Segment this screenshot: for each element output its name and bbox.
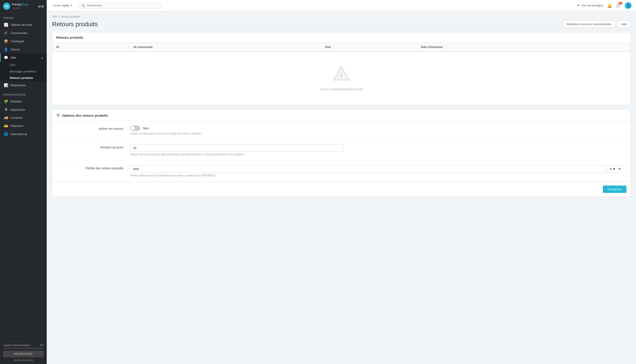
sidebar-label-international: International — [11, 132, 27, 136]
topbar-search: 🔍 — [78, 2, 163, 9]
notifications-button[interactable]: 🔔 — [607, 3, 612, 8]
activer-retours-label: Activer les retours — [79, 126, 123, 130]
prefixe-hint: Préfixe utilisé pour la numérotation des… — [130, 174, 621, 177]
sidebar-label-livraison: Livraison — [11, 116, 23, 119]
chart-icon: 📈 — [4, 23, 8, 27]
sidebar-label-clients: Clients — [11, 48, 20, 51]
quick-access-button[interactable]: Accès rapide ▼ — [51, 3, 75, 8]
quick-access-chevron-icon: ▼ — [71, 4, 73, 7]
sidebar-item-catalogue[interactable]: 📦 Catalogue — [0, 37, 47, 45]
sidebar-logo: PS PrestaShop 1.7.8.6 — [3, 3, 37, 10]
bell-icon: 🔔 — [607, 3, 612, 8]
empty-state: ! Aucun enregistrement trouvé — [56, 54, 626, 102]
quick-access-label: Accès rapide — [53, 4, 70, 7]
page-title-row: Retours produits Modules et services rec… — [52, 20, 631, 28]
options-card: ⚙ Options des retours produits Activer l… — [52, 110, 631, 197]
breadcrumb-separator: / — [59, 15, 59, 18]
options-card-footer: Enregistrer — [52, 182, 630, 196]
form-row-prefixe: Préfixe des retours produits fr ▼ Préfix… — [52, 161, 630, 182]
sidebar-item-statistiques[interactable]: 📊 Statistiques — [0, 81, 47, 89]
content-area: SAV / Retours produits Retours produits … — [47, 11, 636, 364]
sav-icon: 💬 — [4, 56, 8, 60]
breadcrumb-parent[interactable]: SAV — [52, 15, 57, 18]
sidebar-item-apparence[interactable]: 🖥 Apparence — [0, 106, 47, 114]
sidebar-submenu-retours-produits[interactable]: Retours produits — [0, 75, 47, 81]
sidebar-item-clients[interactable]: 👤 Clients — [0, 45, 47, 54]
search-icon: 🔍 — [81, 4, 85, 7]
activer-retours-value-label: Non — [143, 126, 149, 130]
user-icon: 👤 — [626, 4, 630, 7]
statistiques-icon: 📊 — [4, 83, 8, 87]
modules-recommandes-button[interactable]: Modules et services recommandés — [563, 20, 615, 28]
col-date: Date d'émission — [417, 43, 630, 52]
sidebar-tutorial-link[interactable]: Quitter le tutoriel — [3, 359, 44, 362]
breadcrumb-current: Retours produits — [61, 15, 80, 18]
cart-badge: 14 — [618, 2, 622, 5]
sidebar-item-livraison[interactable]: 🚚 Livraison — [0, 114, 47, 122]
retours-table-card: Retours produits ID ID commande État Dat… — [52, 32, 631, 105]
empty-state-cell: ! Aucun enregistrement trouvé — [52, 52, 630, 105]
sidebar-submenu-messages-predefinis[interactable]: Messages prédéfinis — [0, 68, 47, 75]
activer-retours-toggle[interactable] — [130, 126, 140, 131]
international-icon: 🌐 — [4, 132, 8, 136]
options-card-header: ⚙ Options des retours produits — [52, 110, 630, 121]
sidebar-section-personnaliser: PERSONNALISER — [0, 89, 47, 97]
sidebar-label-sav: SAV — [11, 56, 16, 59]
sidebar-progress-pct: 0% — [40, 344, 44, 347]
sav-chevron-icon: ▲ — [41, 56, 44, 59]
sidebar-header: PS PrestaShop 1.7.8.6 ◀◀ — [0, 0, 47, 13]
modules-icon: 🧩 — [4, 99, 8, 104]
prefixe-label: Préfixe des retours produits — [79, 165, 123, 170]
sidebar-resume-button[interactable]: REPRENDRE — [3, 351, 44, 357]
page-actions: Modules et services recommandés Aide — [563, 20, 631, 28]
page-title: Retours produits — [52, 21, 98, 28]
table-card-body: ID ID commande État Date d'émission — [52, 43, 630, 105]
svg-text:!: ! — [340, 71, 342, 78]
col-etat: État — [321, 43, 417, 52]
prefixe-input-group: fr ▼ — [130, 165, 621, 173]
prefixe-lang-select[interactable]: fr ▼ — [607, 165, 621, 173]
sidebar-version: 1.7.8.6 — [13, 7, 21, 10]
breadcrumb: SAV / Retours produits — [52, 15, 631, 18]
aide-button[interactable]: Aide — [617, 20, 631, 28]
nombre-jours-input[interactable] — [130, 144, 344, 152]
table-card-header: Retours produits — [52, 32, 630, 43]
form-row-nombre-jours: Nombre de jours Nombre de jours après la… — [52, 140, 630, 161]
sidebar-item-sav[interactable]: 💬 SAV ▲ — [0, 54, 47, 62]
apparence-icon: 🖥 — [4, 108, 8, 112]
sidebar-label-statistiques: Statistiques — [11, 84, 26, 87]
table-head-row: ID ID commande État Date d'émission — [52, 43, 630, 52]
search-input[interactable] — [87, 4, 159, 7]
warning-triangle-icon: ! — [332, 66, 350, 84]
main-area: Accès rapide ▼ 🔍 👁 Voir ma boutique 🔔 🛒 … — [47, 0, 636, 364]
sidebar-item-commandes[interactable]: 🛒 Commandes — [0, 29, 47, 37]
prefixe-control: fr ▼ Préfixe utilisé pour la numérotatio… — [130, 165, 621, 177]
sidebar-label-apparence: Apparence — [11, 108, 25, 111]
paiement-icon: 💳 — [4, 124, 8, 128]
sidebar-item-international[interactable]: 🌐 International — [0, 130, 47, 138]
table-body: ! Aucun enregistrement trouvé — [52, 52, 630, 105]
save-button[interactable]: Enregistrer — [603, 186, 626, 193]
sidebar-item-tableau-de-bord[interactable]: 📈 Tableau de bord — [0, 21, 47, 29]
nombre-jours-control: Nombre de jours après la date de livrais… — [130, 144, 621, 156]
table-head: ID ID commande État Date d'émission — [52, 43, 630, 52]
sidebar-progress-text: Lancez votre boutique ! — [3, 344, 31, 347]
sidebar-item-modules[interactable]: 🧩 Modules — [0, 97, 47, 106]
sidebar-progress-bar — [3, 348, 44, 349]
nombre-jours-hint: Nombre de jours après la date de livrais… — [130, 153, 621, 156]
brand-presta: Presta — [12, 3, 21, 6]
sidebar: PS PrestaShop 1.7.8.6 ◀◀ VENDRE 📈 Tablea… — [0, 0, 47, 364]
sidebar-label-commandes: Commandes — [11, 31, 28, 35]
view-store-button[interactable]: 👁 Voir ma boutique — [577, 4, 603, 7]
sidebar-item-paiement[interactable]: 💳 Paiement — [0, 122, 47, 130]
prefixe-input[interactable] — [130, 165, 605, 173]
sidebar-submenu-sav[interactable]: SAV — [0, 62, 47, 68]
sidebar-collapse-button[interactable]: ◀◀ — [37, 4, 44, 9]
empty-text: Aucun enregistrement trouvé — [320, 87, 363, 91]
catalog-icon: 📦 — [4, 39, 8, 43]
user-avatar[interactable]: 👤 — [625, 2, 631, 9]
cart-button[interactable]: 🛒 14 — [616, 3, 621, 8]
sidebar-progress: Lancez votre boutique ! 0% REPRENDRE Qui… — [0, 341, 47, 364]
col-id: ID — [52, 43, 130, 52]
options-card-title: Options des retours produits — [62, 114, 108, 117]
